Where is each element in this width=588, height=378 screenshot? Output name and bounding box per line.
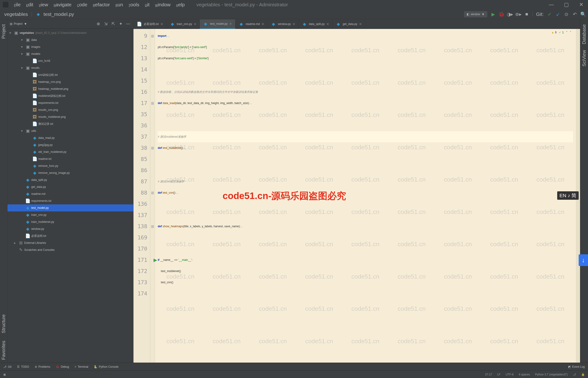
line-separator[interactable]: LF — [497, 373, 500, 376]
fold-marker[interactable]: ⊞ — [150, 97, 155, 109]
tree-row[interactable]: 🖼heatmap_cnn.png — [7, 78, 133, 85]
code-line[interactable]: plt.rcParams['font.sans-serif'] = ['SimH… — [158, 53, 573, 64]
tree-row[interactable]: ◆get_data.py — [7, 183, 133, 190]
menu-window[interactable]: Window — [153, 1, 173, 8]
tree-row[interactable]: 📄mobilenet训练过程.txt — [7, 92, 133, 99]
close-tab-icon[interactable]: × — [326, 22, 329, 27]
code-line[interactable]: import ... — [158, 30, 573, 41]
line-number[interactable]: 36 — [134, 120, 150, 131]
code-line[interactable] — [158, 288, 573, 299]
tree-row[interactable]: ◆remove_func.py — [7, 162, 133, 169]
tree-row[interactable]: ◆train_cnn.py — [7, 211, 133, 218]
stop-button[interactable]: ■ — [524, 12, 529, 17]
close-tab-icon[interactable]: × — [293, 22, 295, 27]
run-gutter-icon[interactable]: ▶ — [154, 257, 157, 263]
code-area[interactable]: code51.cncode51.cncode51.cncode51.cncode… — [155, 29, 576, 363]
line-number[interactable]: 35 — [134, 109, 150, 120]
tree-row[interactable]: ◆train_mobilenet.py — [7, 218, 133, 225]
tree-row[interactable]: ◆data_read.py — [7, 135, 133, 141]
caret-position[interactable]: 37:17 — [485, 373, 492, 376]
expand-all-icon[interactable]: ⇲ — [103, 21, 108, 26]
menu-git[interactable]: Git — [143, 1, 152, 8]
line-number[interactable]: 88 — [134, 187, 150, 198]
tree-row[interactable]: ◆test_model.py — [7, 204, 133, 211]
code-line[interactable]: def data_load(data_dir, test_data_dir, i… — [158, 97, 573, 109]
code-line[interactable] — [158, 109, 573, 120]
ime-badge[interactable]: EN ♪ 简 — [557, 191, 579, 200]
tree-row[interactable]: ◆readme.md — [7, 190, 133, 197]
line-number[interactable]: 174 — [134, 288, 150, 299]
line-number[interactable]: 14 — [134, 64, 150, 75]
code-line[interactable] — [158, 243, 573, 254]
line-number[interactable]: 16 — [134, 86, 150, 97]
file-encoding[interactable]: UTF-8 — [506, 373, 514, 376]
fold-marker[interactable] — [150, 288, 155, 299]
menu-navigate[interactable]: Navigate — [51, 1, 74, 8]
indent-setting[interactable]: 4 spaces — [519, 373, 530, 376]
debug-button[interactable]: 🐞 — [499, 12, 504, 17]
code-line[interactable]: plt.rcParams['font.family'] = ['sans-ser… — [158, 41, 573, 53]
menu-help[interactable]: Help — [174, 1, 187, 8]
line-number[interactable]: 173 — [134, 277, 150, 288]
tree-row[interactable]: ◆jpeg2jpg.py — [7, 141, 133, 148]
tree-row[interactable]: 📄readme.txt — [7, 155, 133, 162]
close-tab-icon[interactable]: × — [194, 22, 197, 27]
tool-window-icon[interactable]: ▣ — [3, 373, 6, 376]
coverage-button[interactable]: ◑▸ — [507, 12, 512, 17]
editor-tab[interactable]: ◆test_model.py× — [200, 19, 235, 29]
code-line[interactable] — [158, 165, 573, 176]
git-branch-icon[interactable]: ⎇ — [573, 373, 576, 376]
tree-row[interactable]: ◆remove_wrong_image.py — [7, 169, 133, 176]
structure-tool-tab[interactable]: Structure — [0, 311, 7, 336]
editor-tab[interactable]: ◆data_split.py× — [299, 19, 333, 29]
tree-root[interactable]: ▾ ▣ vegetables [trash_tf2.3_cpu] C:\User… — [7, 29, 133, 36]
tree-row[interactable]: ▾▣data — [7, 36, 133, 43]
tree-row[interactable]: 📄requirements.txt — [7, 197, 133, 204]
fold-marker[interactable] — [150, 41, 155, 53]
tree-row[interactable]: ▾▣results — [7, 64, 133, 71]
fold-marker[interactable] — [150, 75, 155, 86]
line-number[interactable]: 137 — [134, 210, 150, 221]
fold-marker[interactable] — [150, 154, 155, 165]
fold-marker[interactable]: ⊞ — [150, 187, 155, 198]
tree-row[interactable]: 📄cnn_fv.h5 — [7, 57, 133, 64]
tree-row[interactable]: ◆window.py — [7, 225, 133, 232]
close-tab-icon[interactable]: × — [262, 22, 264, 27]
menu-code[interactable]: Code — [75, 1, 90, 8]
code-line[interactable]: # 数据加载，分别从训练的数据集的文件夹和测试的文件夹中加载训练集和验证集 — [158, 86, 573, 97]
menu-refactor[interactable]: Refactor — [91, 1, 112, 8]
tree-row[interactable]: ▸⊞External Libraries — [7, 239, 133, 246]
git-commit-button[interactable]: ✓ — [547, 12, 552, 17]
line-number[interactable]: 38 — [134, 142, 150, 154]
tool-terminal[interactable]: >Terminal — [75, 365, 88, 368]
fold-marker[interactable]: ⊞ — [150, 30, 155, 41]
fold-marker[interactable] — [150, 64, 155, 75]
project-tool-tab[interactable]: Project — [0, 21, 7, 41]
minimize-button[interactable]: — — [548, 1, 555, 9]
code-line[interactable]: test_mobilenet() — [158, 266, 573, 277]
breadcrumb-item[interactable]: vegetables — [2, 11, 30, 18]
menu-run[interactable]: Run — [113, 1, 125, 8]
fold-marker[interactable] — [150, 210, 155, 221]
fold-marker[interactable]: ⊞ — [150, 142, 155, 154]
tool-python-console[interactable]: 🐍Python Console — [94, 365, 119, 368]
code-line[interactable] — [158, 210, 573, 221]
tree-row[interactable]: ▾▣models — [7, 50, 133, 57]
favorites-tool-tab[interactable]: Favorites — [0, 338, 7, 363]
tree-row[interactable]: 📄requirements.txt — [7, 99, 133, 106]
line-number[interactable]: 170 — [134, 243, 150, 254]
fold-marker[interactable] — [150, 165, 155, 176]
line-number[interactable]: 37 — [134, 131, 150, 142]
tree-row[interactable]: 🖼results_mobilenet.png — [7, 113, 133, 121]
download-arrow-icon[interactable]: ↓ — [579, 254, 588, 266]
tool-git[interactable]: ⎇Git — [3, 365, 12, 368]
search-button[interactable]: 🔍 — [581, 12, 586, 17]
line-number[interactable]: 17 — [134, 97, 150, 109]
run-config-selector[interactable]: ◧ window ▼ — [464, 11, 487, 17]
menu-view[interactable]: View — [37, 1, 51, 8]
database-tool-tab[interactable]: Database — [581, 21, 588, 47]
code-line[interactable] — [158, 198, 573, 210]
code-line[interactable]: ▶if __name__ == '__main__': — [158, 254, 573, 266]
fold-marker[interactable] — [150, 198, 155, 210]
hide-panel-icon[interactable]: — — [125, 21, 131, 26]
